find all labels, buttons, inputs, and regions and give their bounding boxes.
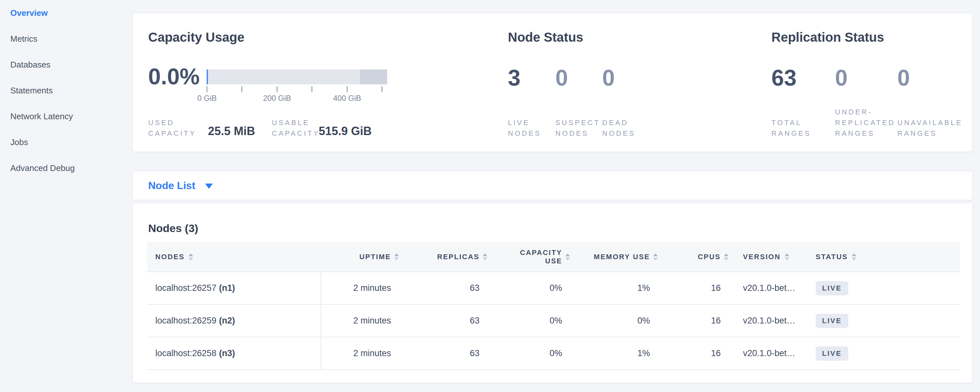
axis-tick xyxy=(277,86,277,92)
sort-icon[interactable] xyxy=(189,253,193,260)
uptime-cell: 2 minutes xyxy=(321,272,391,304)
column-header-version[interactable]: VERSION xyxy=(721,242,816,271)
cpus-cell: 16 xyxy=(650,272,721,304)
unavailable-ranges-value: 0 xyxy=(897,65,980,91)
axis-tick xyxy=(382,86,382,92)
node-status-section: Node Status 3 LIVE NODES 0 SUSPECT NODES… xyxy=(508,13,753,151)
uptime-cell: 2 minutes xyxy=(321,337,391,370)
status-cell: LIVE xyxy=(816,272,960,304)
axis-tick xyxy=(347,86,347,92)
usable-capacity-label: USABLE CAPACITY xyxy=(272,117,319,139)
suspect-nodes-label: SUSPECT NODES xyxy=(555,117,600,139)
dead-nodes-stat: 0 DEAD NODES xyxy=(602,13,667,151)
node-address-cell: localhost:26257 (n1) xyxy=(147,272,321,304)
sort-icon[interactable] xyxy=(852,253,856,260)
cpus-cell: 16 xyxy=(650,305,721,337)
nodes-heading: Nodes (3) xyxy=(148,222,972,234)
memory-use-cell: 0% xyxy=(562,305,650,337)
sort-icon[interactable] xyxy=(784,253,789,260)
capacity-use-cell: 0% xyxy=(479,337,562,370)
status-badge: LIVE xyxy=(816,346,848,361)
node-address-cell: localhost:26258 (n3) xyxy=(147,337,321,370)
uptime-cell: 2 minutes xyxy=(321,305,391,337)
node-list-dropdown-panel: Node List xyxy=(132,171,972,200)
node-list-dropdown[interactable]: Node List xyxy=(148,180,213,192)
cluster-overview-page: Overview Metrics Databases Statements Ne… xyxy=(0,0,980,392)
used-capacity-label: USED CAPACITY xyxy=(148,117,208,139)
capacity-usage-title: Capacity Usage xyxy=(148,30,245,45)
table-row-node-3[interactable]: localhost:26258 (n3) 2 minutes 63 0% 1% … xyxy=(147,337,960,370)
column-header-uptime[interactable]: UPTIME xyxy=(321,242,391,271)
capacity-bar-track xyxy=(207,70,387,84)
column-header-memory-use[interactable]: MEMORY USE xyxy=(562,242,650,271)
axis-label: 0 GiB xyxy=(197,94,217,103)
under-replicated-ranges-value: 0 xyxy=(835,65,897,91)
status-badge: LIVE xyxy=(816,281,848,295)
chevron-down-icon xyxy=(205,183,213,189)
under-replicated-ranges-label: UNDER- REPLICATED RANGES xyxy=(835,107,896,139)
capacity-used-percent: 0.0% xyxy=(148,64,200,89)
column-header-label: CAPACITY USE xyxy=(520,249,562,265)
column-header-label: NODES xyxy=(155,253,185,261)
replicas-cell: 63 xyxy=(391,337,479,370)
capacity-usage-section: Capacity Usage 0.0% 0 GiB 200 GiB xyxy=(148,13,507,151)
sidebar-item-jobs[interactable]: Jobs xyxy=(0,129,132,155)
dead-nodes-value: 0 xyxy=(602,65,667,91)
axis-label: 400 GiB xyxy=(333,94,361,103)
version-cell: v20.1.0-bet… xyxy=(721,305,816,337)
node-address: localhost:26259 xyxy=(155,316,216,326)
capacity-use-cell: 0% xyxy=(479,305,562,337)
node-id: (n1) xyxy=(219,283,235,293)
axis-label: 200 GiB xyxy=(263,94,291,103)
column-header-label: STATUS xyxy=(816,253,848,261)
sidebar-item-statements[interactable]: Statements xyxy=(0,78,132,104)
column-header-capacity-use[interactable]: CAPACITY USE xyxy=(479,242,562,271)
replicas-cell: 63 xyxy=(391,305,479,337)
sort-icon[interactable] xyxy=(724,253,729,260)
sidebar-item-network-latency[interactable]: Network Latency xyxy=(0,104,132,129)
memory-use-cell: 1% xyxy=(562,272,650,304)
version-cell: v20.1.0-bet… xyxy=(721,337,816,370)
suspect-nodes-value: 0 xyxy=(555,65,602,91)
total-ranges-stat: 63 TOTAL RANGES xyxy=(772,13,835,151)
version-cell: v20.1.0-bet… xyxy=(721,272,816,304)
capacity-axis-labels: 0 GiB 200 GiB 400 GiB xyxy=(207,94,387,104)
replicas-cell: 63 xyxy=(391,272,479,304)
cpus-cell: 16 xyxy=(650,337,721,370)
nodes-table: NODES UPTIME REPLICAS CAPACITY USE MEMOR… xyxy=(147,242,960,370)
status-cell: LIVE xyxy=(816,305,960,337)
total-ranges-label: TOTAL RANGES xyxy=(772,117,811,139)
suspect-nodes-stat: 0 SUSPECT NODES xyxy=(555,13,602,151)
memory-use-cell: 1% xyxy=(562,337,650,370)
dead-nodes-label: DEAD NODES xyxy=(602,117,635,139)
column-header-replicas[interactable]: REPLICAS xyxy=(391,242,479,271)
capacity-stats: USED CAPACITY 25.5 MiB USABLE CAPACITY 5… xyxy=(148,117,372,139)
total-ranges-value: 63 xyxy=(772,65,835,91)
node-address: localhost:26257 xyxy=(155,283,216,293)
used-capacity-value: 25.5 MiB xyxy=(208,124,272,139)
column-header-label: UPTIME xyxy=(360,253,391,261)
unavailable-ranges-label: UNAVAILABLE RANGES xyxy=(897,117,963,139)
column-header-status[interactable]: STATUS xyxy=(816,242,960,271)
capacity-bar-used-fill xyxy=(207,70,208,84)
column-header-label: REPLICAS xyxy=(437,253,479,261)
live-nodes-stat: 3 LIVE NODES xyxy=(508,13,555,151)
node-list-dropdown-label: Node List xyxy=(148,180,196,192)
capacity-usage-gauge: 0 GiB 200 GiB 400 GiB xyxy=(207,70,387,104)
sidebar-item-overview[interactable]: Overview xyxy=(0,0,132,26)
column-header-cpus[interactable]: CPUS xyxy=(650,242,721,271)
sidebar-item-databases[interactable]: Databases xyxy=(0,52,132,78)
axis-tick xyxy=(312,86,312,92)
column-header-label: VERSION xyxy=(743,253,781,261)
column-header-label: CPUS xyxy=(698,253,721,261)
table-row-node-1[interactable]: localhost:26257 (n1) 2 minutes 63 0% 1% … xyxy=(147,272,960,305)
sidebar: Overview Metrics Databases Statements Ne… xyxy=(0,0,132,181)
sidebar-item-advanced-debug[interactable]: Advanced Debug xyxy=(0,155,132,181)
sidebar-item-metrics[interactable]: Metrics xyxy=(0,26,132,52)
column-header-nodes[interactable]: NODES xyxy=(147,242,321,271)
table-row-node-2[interactable]: localhost:26259 (n2) 2 minutes 63 0% 0% … xyxy=(147,305,960,337)
node-address-cell: localhost:26259 (n2) xyxy=(147,305,321,337)
nodes-panel: Nodes (3) NODES UPTIME REPLICAS CAPACITY… xyxy=(132,203,972,383)
live-nodes-label: LIVE NODES xyxy=(508,117,541,139)
nodes-table-header: NODES UPTIME REPLICAS CAPACITY USE MEMOR… xyxy=(147,242,960,272)
